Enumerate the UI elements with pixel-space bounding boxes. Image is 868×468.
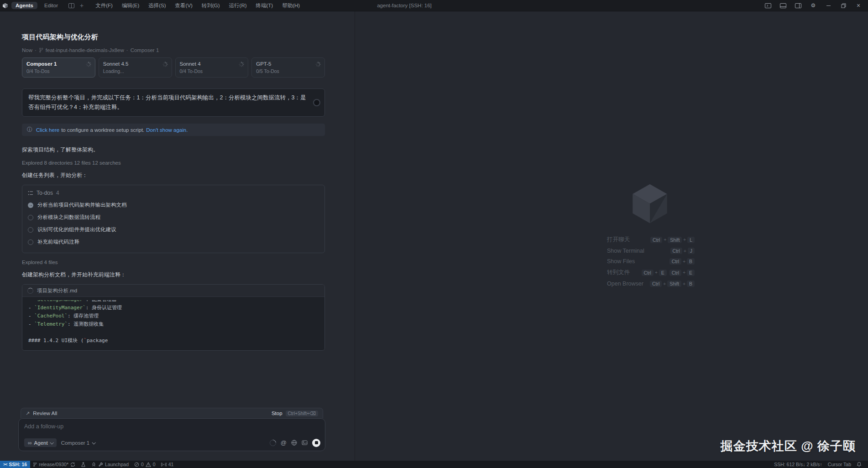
- errors-icon: [134, 462, 139, 467]
- banner-configure-link[interactable]: Click here: [36, 127, 59, 133]
- review-bar: ↗ Review All Stop Ctrl+Shift+⌫: [21, 408, 323, 418]
- warnings-count: 0: [153, 462, 156, 467]
- breadcrumb-time: Now: [22, 47, 32, 53]
- model-card-name: Sonnet 4.5: [103, 61, 167, 67]
- stop-shortcut: Ctrl+Shift+⌫: [286, 411, 318, 416]
- follow-up-placeholder: Add a follow-up: [24, 423, 319, 430]
- composer-toolbar: ∞ Agent Composer 1 @: [24, 438, 320, 447]
- todo-item: 识别可优化的组件并提出优化建议: [28, 224, 319, 236]
- menu-item-6[interactable]: 终端(T): [251, 2, 278, 9]
- shortcut-row[interactable]: Show TerminalCtrl+J: [607, 248, 695, 254]
- model-card[interactable]: Composer 1 0/4 To-Dos: [22, 57, 95, 78]
- loading-spinner-icon: [162, 62, 168, 67]
- breadcrumb-branch[interactable]: feat-input-handle-decimals-Jx8ew: [46, 47, 124, 53]
- stop-button[interactable]: Stop: [272, 411, 282, 416]
- loading-spinner-icon: [315, 62, 321, 67]
- shortcut-row[interactable]: 转到文件Ctrl+ECtrl+E: [607, 269, 695, 276]
- agents-pane: 项目代码架构与优化分析 Now · feat-input-handle-deci…: [0, 11, 355, 461]
- watermark-text: 掘金技术社区 @ 徐子颐: [721, 438, 856, 454]
- todo-label: 分析当前项目代码架构并输出架构文档: [37, 202, 127, 208]
- info-icon: ⓘ: [27, 126, 32, 134]
- tab-agents[interactable]: Agents: [11, 2, 37, 9]
- statusbar-left: >< SSH: 16 release/0930* Launchpad 0 0: [0, 461, 176, 468]
- model-card-name: Composer 1: [26, 61, 91, 67]
- file-name: 项目架构分析.md: [37, 287, 77, 294]
- toggle-panel-right-icon[interactable]: [792, 0, 804, 10]
- restore-icon[interactable]: [837, 0, 849, 10]
- mention-icon[interactable]: @: [281, 439, 287, 446]
- statusbar: >< SSH: 16 release/0930* Launchpad 0 0: [0, 461, 868, 468]
- todo-panel-header[interactable]: To-dos 4: [28, 189, 319, 199]
- network-label: SSH: 612 B/s↓ 2 kB/s↑: [774, 462, 822, 467]
- model-card[interactable]: Sonnet 4.5 Loading...: [99, 57, 172, 78]
- beaker-icon: [81, 462, 86, 467]
- branch-status[interactable]: release/0930*: [30, 461, 78, 468]
- network-status[interactable]: SSH: 612 B/s↓ 2 kB/s↑: [771, 461, 825, 468]
- loading-spinner-icon: [86, 62, 91, 67]
- message-status-icon[interactable]: [313, 99, 320, 106]
- agent-mode-selector[interactable]: ∞ Agent: [24, 438, 57, 447]
- banner-text: to configure a worktree setup script.: [61, 127, 144, 133]
- loading-spinner-icon: [239, 62, 244, 67]
- chevron-down-icon: [92, 441, 96, 444]
- toggle-panel-left-icon[interactable]: [762, 0, 774, 10]
- remote-icon: ><: [3, 462, 7, 467]
- cursor-tab-status[interactable]: Cursor Tab: [825, 461, 854, 468]
- menu-item-0[interactable]: 文件(F): [91, 2, 117, 9]
- menu-item-7[interactable]: 帮助(H): [277, 2, 304, 9]
- rocket-icon: [91, 462, 96, 467]
- launchpad-status[interactable]: Launchpad: [89, 461, 131, 468]
- review-arrow-icon: ↗: [26, 411, 30, 416]
- warnings-icon: [146, 462, 151, 467]
- todo-state-icon: [28, 227, 33, 233]
- image-icon[interactable]: [302, 440, 308, 446]
- branch-icon: [33, 462, 37, 467]
- todo-item: 分析模块之间数据流转流程: [28, 211, 319, 224]
- shortcut-row[interactable]: Show FilesCtrl+B: [607, 258, 695, 265]
- toggle-panel-bottom-icon[interactable]: [777, 0, 789, 10]
- globe-icon[interactable]: [291, 440, 297, 446]
- menu-item-2[interactable]: 选择(S): [144, 2, 170, 9]
- agent-mode-label: Agent: [34, 440, 48, 446]
- menu-item-5[interactable]: 运行(R): [225, 2, 251, 9]
- todo-label: 识别可优化的组件并提出优化建议: [37, 226, 116, 233]
- ports-status[interactable]: 41: [158, 461, 177, 468]
- problems-status[interactable]: 0 0: [131, 461, 158, 468]
- branch-icon: [39, 47, 43, 53]
- explored-summary-1[interactable]: Explored 8 directories 12 files 12 searc…: [22, 160, 325, 166]
- stop-generating-button[interactable]: [312, 439, 320, 447]
- file-edit-header[interactable]: 项目架构分析.md: [22, 285, 324, 297]
- notifications-status[interactable]: [854, 461, 864, 468]
- breadcrumb-composer[interactable]: Composer 1: [131, 47, 159, 53]
- cursor-tab-label: Cursor Tab: [828, 462, 851, 467]
- statusbar-right: SSH: 612 B/s↓ 2 kB/s↑ Cursor Tab: [771, 461, 868, 468]
- review-all-button[interactable]: Review All: [33, 411, 57, 416]
- new-tab-icon[interactable]: +: [80, 2, 84, 9]
- shortcut-row[interactable]: 打开聊天Ctrl+Shift+L: [607, 236, 695, 244]
- remote-indicator[interactable]: >< SSH: 16: [0, 461, 30, 468]
- model-card[interactable]: Sonnet 4 0/4 To-Dos: [175, 57, 249, 78]
- close-icon[interactable]: ×: [852, 0, 864, 10]
- menu-item-3[interactable]: 查看(V): [171, 2, 197, 9]
- assistant-text-1: 探索项目结构，了解整体架构。: [22, 146, 325, 154]
- settings-gear-icon[interactable]: ⚙: [807, 0, 819, 10]
- assistant-text-2: 创建任务列表，开始分析：: [22, 172, 325, 179]
- follow-up-input[interactable]: Add a follow-up ∞ Agent Composer 1 @: [18, 418, 325, 451]
- menu-item-1[interactable]: 编辑(E): [117, 2, 144, 9]
- todo-panel: To-dos 4 分析当前项目代码架构并输出架构文档 分析模块之间数据流转流程 …: [22, 185, 325, 253]
- checklist-icon: [28, 191, 33, 196]
- layout-columns-icon[interactable]: [68, 3, 74, 8]
- minimize-icon[interactable]: [822, 0, 834, 10]
- model-card[interactable]: GPT-5 0/5 To-Dos: [251, 57, 325, 78]
- banner-dismiss-link[interactable]: Don't show again.: [146, 127, 188, 133]
- menu-item-4[interactable]: 转到(G): [197, 2, 225, 9]
- test-status[interactable]: [78, 461, 89, 468]
- thread-selector[interactable]: Composer 1: [61, 440, 95, 446]
- tab-editor[interactable]: Editor: [40, 2, 62, 9]
- file-edit-block: 项目架构分析.md - `SettingsManager`: 配置管理器- `I…: [22, 284, 325, 351]
- breadcrumb: Now · feat-input-handle-decimals-Jx8ew ·…: [22, 47, 325, 53]
- shortcut-row[interactable]: Open BrowserCtrl+Shift+B: [607, 281, 695, 287]
- chevron-down-icon: [50, 441, 53, 444]
- explored-summary-2[interactable]: Explored 4 files: [22, 260, 325, 265]
- page-title: 项目代码架构与优化分析: [22, 33, 325, 42]
